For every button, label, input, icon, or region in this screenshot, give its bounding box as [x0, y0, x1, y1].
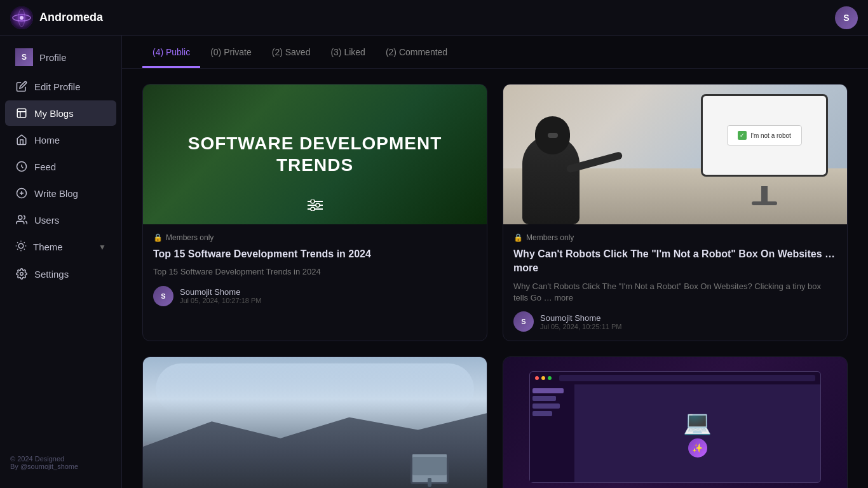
feed-icon [15, 160, 28, 173]
sidebar-item-my-blogs[interactable]: My Blogs [5, 100, 116, 126]
author-info-2: Soumojit Shome Jul 05, 2024, 10:25:11 PM [540, 313, 621, 330]
filter-icon [308, 200, 323, 214]
tab-public[interactable]: (4) Public [142, 36, 200, 68]
main-content: (4) Public (0) Private (2) Saved (3) Lik… [122, 36, 868, 488]
sidebar: S Profile Edit Profile [0, 36, 122, 488]
sidebar-item-profile[interactable]: S Profile [5, 42, 116, 72]
blog-badge-2: 🔒 Members only [513, 233, 837, 242]
blog-card-3[interactable]: S Soumojit Shome Jul 05, 2024 [142, 356, 487, 488]
main-layout: S Profile Edit Profile [0, 36, 868, 488]
author-date-2: Jul 05, 2024, 10:25:11 PM [540, 323, 621, 330]
author-date-1: Jul 05, 2024, 10:27:18 PM [180, 297, 261, 304]
blog-card-1[interactable]: SOFTWARE DEVELOPMENT TRENDS [142, 84, 487, 341]
sidebar-my-blogs-label: My Blogs [34, 108, 74, 119]
tab-liked[interactable]: (3) Liked [320, 36, 375, 68]
theme-icon [15, 240, 27, 254]
header-left: Andromeda [10, 6, 103, 29]
blog-badge-1-text: Members only [166, 233, 214, 242]
author-avatar-1: S [153, 286, 173, 306]
edit-profile-icon [15, 80, 28, 93]
lock-icon-2: 🔒 [513, 233, 523, 242]
sidebar-item-home[interactable]: Home [5, 127, 116, 152]
blog-title-2: Why Can't Robots Click The "I'm Not a Ro… [513, 247, 837, 276]
tab-commented[interactable]: (2) Commented [376, 36, 458, 68]
devtools-browser: 💻 ✨ [529, 371, 822, 483]
sidebar-theme-label: Theme [33, 241, 63, 252]
footer-copyright: © 2024 Designed [10, 455, 111, 463]
site-title: Andromeda [39, 11, 103, 24]
author-name-1: Soumojit Shome [180, 287, 261, 297]
svg-point-9 [18, 215, 22, 219]
svg-point-17 [311, 207, 315, 211]
sidebar-feed-label: Feed [34, 161, 56, 172]
landscape-tv [410, 452, 449, 484]
browser-dot-red [535, 376, 539, 380]
blog-excerpt-1: Top 15 Software Development Trends in 20… [153, 266, 477, 278]
blog-author-1: S Soumojit Shome Jul 05, 2024, 10:27:18 … [153, 286, 477, 306]
robot-head [535, 116, 570, 154]
svg-point-16 [316, 203, 320, 207]
sidebar-home-label: Home [34, 135, 60, 146]
top-header: Andromeda S [0, 0, 868, 36]
author-info-1: Soumojit Shome Jul 05, 2024, 10:27:18 PM [180, 287, 261, 304]
my-blogs-icon [15, 107, 28, 119]
author-name-2: Soumojit Shome [540, 313, 621, 323]
sidebar-item-write-blog[interactable]: Write Blog [5, 180, 116, 206]
sidebar-nav: S Profile Edit Profile [0, 36, 121, 447]
lock-icon-1: 🔒 [153, 233, 163, 242]
software-card-title: SOFTWARE DEVELOPMENT TRENDS [143, 133, 487, 175]
sidebar-write-blog-label: Write Blog [34, 188, 78, 199]
sidebar-profile-label: Profile [39, 52, 67, 63]
settings-icon [15, 268, 28, 280]
browser-dot-green [548, 376, 552, 380]
svg-point-10 [18, 243, 24, 248]
blog-card-2[interactable]: ✓ I'm not a robot [503, 84, 848, 341]
browser-dot-yellow [541, 376, 545, 380]
users-icon [15, 214, 28, 226]
sidebar-item-edit-profile[interactable]: Edit Profile [5, 74, 116, 99]
sidebar-theme-left: Theme [15, 240, 63, 254]
blog-title-1: Top 15 Software Development Trends in 20… [153, 247, 477, 261]
svg-point-3 [20, 16, 24, 20]
blog-image-robot: ✓ I'm not a robot [503, 85, 847, 224]
blog-badge-1: 🔒 Members only [153, 233, 477, 242]
blog-badge-2-text: Members only [526, 233, 574, 242]
blog-card-4[interactable]: 💻 ✨ TracePeople S S [503, 356, 848, 488]
captcha-box: ✓ I'm not a robot [727, 125, 802, 146]
chevron-down-icon: ▼ [98, 243, 106, 252]
blog-excerpt-2: Why Can't Robots Click The "I'm Not a Ro… [513, 281, 837, 304]
captcha-check: ✓ [738, 131, 747, 140]
blog-image-software: SOFTWARE DEVELOPMENT TRENDS [143, 85, 487, 224]
svg-point-15 [311, 200, 315, 203]
svg-point-11 [20, 273, 24, 276]
blog-grid: SOFTWARE DEVELOPMENT TRENDS [122, 69, 868, 488]
sidebar-item-users[interactable]: Users [5, 207, 116, 233]
devtools-browser-bar [530, 372, 821, 384]
sidebar-settings-label: Settings [34, 269, 69, 280]
svg-rect-4 [17, 109, 26, 118]
blog-card-1-body: 🔒 Members only Top 15 Software Developme… [143, 224, 487, 315]
sidebar-users-label: Users [34, 215, 59, 226]
blog-card-2-body: 🔒 Members only Why Can't Robots Click Th… [503, 224, 847, 341]
tabs-bar: (4) Public (0) Private (2) Saved (3) Lik… [122, 36, 868, 69]
site-logo[interactable] [10, 6, 33, 29]
blog-author-2: S Soumojit Shome Jul 05, 2024, 10:25:11 … [513, 311, 837, 332]
sidebar-item-feed[interactable]: Feed [5, 154, 116, 179]
blog-image-landscape [143, 357, 487, 488]
write-blog-icon [15, 187, 28, 200]
sidebar-item-settings[interactable]: Settings [5, 261, 116, 287]
tab-private[interactable]: (0) Private [200, 36, 262, 68]
monitor-shape: ✓ I'm not a robot [701, 94, 828, 177]
sidebar-profile-avatar: S [15, 48, 33, 66]
footer-author: By @soumojit_shome [10, 463, 111, 470]
sidebar-edit-profile-label: Edit Profile [34, 81, 81, 92]
blog-image-devtools: 💻 ✨ [503, 357, 847, 488]
sidebar-item-theme[interactable]: Theme ▼ [5, 234, 116, 260]
home-icon [15, 133, 28, 146]
captcha-text: I'm not a robot [750, 132, 791, 139]
author-avatar-2: S [513, 311, 534, 332]
sidebar-footer: © 2024 Designed By @soumojit_shome [0, 447, 121, 478]
tab-saved[interactable]: (2) Saved [262, 36, 321, 68]
user-avatar-header[interactable]: S [835, 6, 858, 29]
